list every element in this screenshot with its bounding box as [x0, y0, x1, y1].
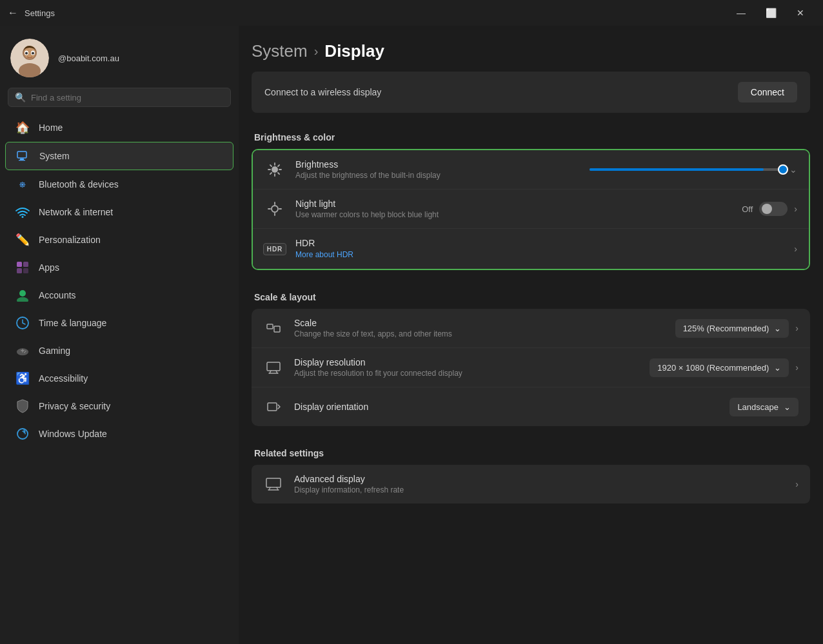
connect-button[interactable]: Connect	[738, 82, 797, 102]
svg-line-32	[278, 165, 279, 166]
resolution-chevron: ›	[795, 362, 798, 373]
resolution-name: Display resolution	[294, 357, 639, 367]
sidebar-item-network[interactable]: Network & internet	[5, 199, 233, 226]
hdr-info: HDR More about HDR	[295, 238, 784, 260]
brightness-section-title: Brightness & color	[252, 123, 810, 149]
sidebar-item-label: Apps	[39, 262, 59, 273]
sidebar-item-accounts[interactable]: Accounts	[5, 282, 233, 309]
sidebar-item-bluetooth[interactable]: ⎈ Bluetooth & devices	[5, 171, 233, 198]
sidebar-item-privacy[interactable]: Privacy & security	[5, 393, 233, 420]
night-light-icon	[264, 199, 285, 219]
sidebar-item-label: Accessibility	[39, 373, 88, 384]
resolution-info: Display resolution Adjust the resolution…	[294, 357, 639, 378]
brightness-color-card: Brightness Adjust the brightness of the …	[252, 149, 810, 270]
maximize-button[interactable]: ⬜	[756, 0, 786, 26]
sidebar-item-gaming[interactable]: Gaming	[5, 337, 233, 364]
scale-section-title: Scale & layout	[252, 283, 810, 309]
personalization-icon: ✏️	[15, 233, 30, 247]
hdr-link[interactable]: More about HDR	[295, 250, 353, 259]
sidebar-item-time[interactable]: Time & language	[5, 309, 233, 337]
sidebar-item-label: Bluetooth & devices	[39, 179, 119, 190]
orientation-row[interactable]: Display orientation Landscape ⌄	[252, 387, 810, 426]
sidebar-item-label: Gaming	[39, 346, 70, 356]
related-card: Advanced display Display information, re…	[252, 465, 810, 503]
scale-name: Scale	[294, 318, 665, 328]
svg-rect-46	[266, 478, 281, 487]
brightness-slider[interactable]	[590, 168, 783, 171]
orientation-info: Display orientation	[294, 402, 719, 412]
hdr-icon: HDR	[264, 239, 285, 259]
brightness-control[interactable]: ⌄	[590, 164, 797, 175]
system-icon	[16, 149, 30, 163]
svg-point-17	[17, 297, 28, 302]
gaming-icon	[15, 344, 30, 358]
night-light-chevron: ›	[794, 204, 797, 214]
sidebar-item-label: Personalization	[39, 235, 101, 245]
orientation-name: Display orientation	[294, 402, 719, 412]
content-area: System › Display Connect to a wireless d…	[239, 26, 823, 644]
related-section-title: Related settings	[252, 439, 810, 465]
resolution-desc: Adjust the resolution to fit your connec…	[294, 369, 639, 378]
svg-line-33	[270, 173, 272, 174]
breadcrumb-current: Display	[324, 41, 384, 61]
night-light-state: Off	[742, 204, 753, 214]
close-button[interactable]: ✕	[786, 0, 815, 26]
brightness-chevron: ⌄	[789, 164, 797, 175]
hdr-box: HDR	[263, 243, 287, 255]
sidebar-item-personalization[interactable]: ✏️ Personalization	[5, 226, 233, 253]
minimize-button[interactable]: —	[726, 0, 756, 26]
accounts-icon	[15, 288, 30, 302]
scale-dropdown-arrow: ⌄	[774, 324, 781, 333]
night-light-toggle[interactable]	[759, 202, 788, 216]
brightness-desc: Adjust the brightness of the built-in di…	[295, 171, 579, 180]
wireless-label: Connect to a wireless display	[264, 87, 381, 97]
orientation-control[interactable]: Landscape ⌄	[729, 398, 798, 416]
sidebar-item-accessibility[interactable]: ♿ Accessibility	[5, 365, 233, 392]
back-button[interactable]: ←	[8, 7, 18, 19]
brightness-row[interactable]: Brightness Adjust the brightness of the …	[253, 150, 809, 190]
svg-point-23	[24, 352, 25, 353]
scale-dropdown[interactable]: 125% (Recommended) ⌄	[675, 319, 789, 338]
orientation-dropdown-arrow: ⌄	[784, 402, 791, 412]
advanced-display-row[interactable]: Advanced display Display information, re…	[252, 465, 810, 503]
hdr-row[interactable]: HDR HDR More about HDR ›	[253, 229, 809, 269]
slider-thumb[interactable]	[778, 164, 788, 175]
night-light-control: Off ›	[742, 202, 797, 216]
search-box[interactable]: 🔍	[8, 88, 231, 107]
advanced-display-name: Advanced display	[294, 474, 785, 484]
scale-icon	[263, 318, 284, 338]
svg-rect-12	[17, 262, 22, 267]
sidebar-item-apps[interactable]: Apps	[5, 254, 233, 281]
sidebar-item-system[interactable]: System	[5, 142, 233, 170]
resolution-control[interactable]: 1920 × 1080 (Recommended) ⌄ ›	[649, 358, 798, 377]
advanced-display-icon	[263, 474, 284, 494]
night-light-row[interactable]: Night light Use warmer colors to help bl…	[253, 190, 809, 229]
app-title: Settings	[25, 8, 55, 18]
sidebar-item-update[interactable]: Windows Update	[5, 420, 233, 447]
resolution-icon	[263, 357, 284, 378]
resolution-dropdown[interactable]: 1920 × 1080 (Recommended) ⌄	[649, 358, 789, 377]
window-controls: — ⬜ ✕	[726, 0, 815, 26]
breadcrumb-parent: System	[252, 41, 308, 61]
night-light-desc: Use warmer colors to help block blue lig…	[295, 210, 731, 219]
search-input[interactable]	[31, 93, 224, 102]
svg-rect-14	[17, 268, 22, 273]
slider-track[interactable]	[590, 168, 783, 171]
sidebar-item-label: Home	[39, 122, 63, 133]
orientation-dropdown[interactable]: Landscape ⌄	[729, 398, 798, 416]
svg-rect-40	[274, 326, 280, 332]
toggle-thumb	[762, 204, 772, 214]
night-light-info: Night light Use warmer colors to help bl…	[295, 199, 731, 219]
hdr-control: ›	[794, 244, 797, 254]
scale-control[interactable]: 125% (Recommended) ⌄ ›	[675, 319, 798, 338]
brightness-icon	[264, 159, 285, 180]
scale-desc: Change the size of text, apps, and other…	[294, 329, 665, 338]
brightness-info: Brightness Adjust the brightness of the …	[295, 159, 579, 180]
advanced-display-control: ›	[795, 479, 798, 489]
sidebar-item-home[interactable]: 🏠 Home	[5, 114, 233, 141]
resolution-row[interactable]: Display resolution Adjust the resolution…	[252, 348, 810, 387]
scale-row[interactable]: Scale Change the size of text, apps, and…	[252, 309, 810, 348]
profile-email: @boabit.com.au	[58, 54, 119, 63]
advanced-display-chevron: ›	[795, 479, 798, 489]
sidebar-item-label: Privacy & security	[39, 401, 110, 411]
